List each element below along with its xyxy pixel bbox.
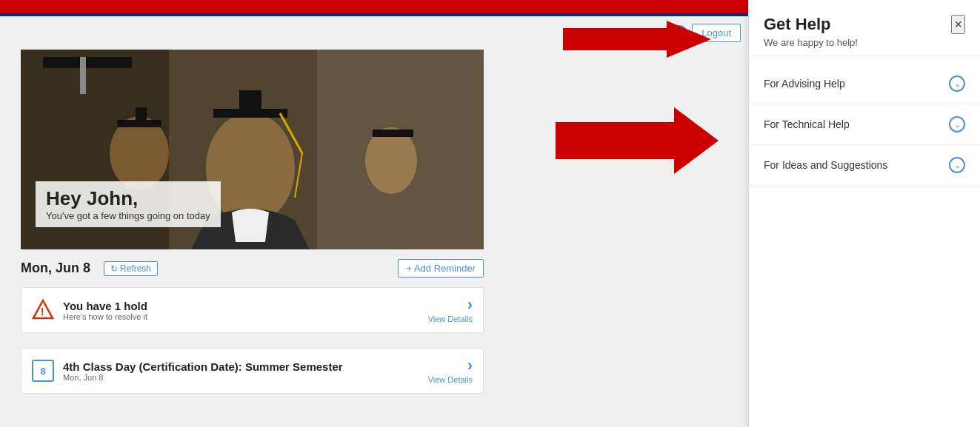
card-subtitle: Here's how to resolve it [63,312,147,321]
warning-icon: ! [32,299,54,321]
svg-marker-18 [563,21,711,58]
date-label: Mon, Jun 8 [21,260,90,276]
hold-card: ! You have 1 hold Here's how to resolve … [21,287,484,333]
help-items-list: For Advising Help ⌄ For Technical Help ⌄… [749,56,980,193]
help-item-advising[interactable]: For Advising Help ⌄ [749,64,980,104]
calendar-icon: 8 [32,360,54,382]
refresh-icon: ↻ [110,263,118,274]
card-subtitle: Mon, Jun 8 [63,373,343,382]
help-header: Get Help We are happy to help! × [749,0,980,56]
svg-rect-4 [43,57,132,68]
chevron-right-icon: › [467,357,473,374]
class-day-card: 8 4th Class Day (Certification Date): Su… [21,348,484,394]
svg-rect-8 [239,90,261,112]
svg-rect-13 [136,107,147,122]
card-text: 4th Class Day (Certification Date): Summ… [63,360,343,382]
hero-subtitle: You've got a few things going on today [46,210,210,221]
help-item-technical[interactable]: For Technical Help ⌄ [749,104,980,145]
svg-point-14 [365,127,417,194]
help-item-suggestions[interactable]: For Ideas and Suggestions ⌄ [749,145,980,186]
svg-rect-5 [80,57,86,94]
svg-text:!: ! [41,306,44,317]
help-subtitle: We are happy to help! [764,37,858,48]
card-left: ! You have 1 hold Here's how to resolve … [32,299,147,321]
help-panel: Get Help We are happy to help! × For Adv… [748,0,980,427]
refresh-button[interactable]: ↻ Refresh [104,261,158,276]
help-item-label: For Advising Help [764,78,845,90]
arrow-2 [556,104,719,178]
chevron-right-icon: › [467,297,473,313]
arrow-1 [563,21,711,58]
help-title: Get Help [764,15,858,34]
date-row: Mon, Jun 8 ↻ Refresh + Add Reminder [21,259,484,278]
card-title: You have 1 hold [63,300,147,312]
hero-image: Hey John, You've got a few things going … [21,50,484,249]
date-left: Mon, Jun 8 ↻ Refresh [21,260,158,276]
help-item-label: For Ideas and Suggestions [764,159,887,171]
card-left: 8 4th Class Day (Certification Date): Su… [32,360,343,382]
card-right: › View Details [428,357,473,384]
card-title: 4th Class Day (Certification Date): Summ… [63,360,343,373]
chevron-down-icon: ⌄ [949,116,965,132]
hero-greeting: Hey John, [46,187,210,210]
view-details-link[interactable]: View Details [428,315,473,323]
svg-marker-19 [556,107,719,174]
help-item-label: For Technical Help [764,118,850,130]
close-button[interactable]: × [951,15,965,34]
help-header-text: Get Help We are happy to help! [764,15,858,48]
chevron-down-icon: ⌄ [949,75,965,92]
card-text: You have 1 hold Here's how to resolve it [63,300,147,321]
svg-rect-15 [373,130,413,137]
card-right: › View Details [428,297,473,323]
view-details-link[interactable]: View Details [428,375,473,384]
chevron-down-icon: ⌄ [949,157,965,173]
add-reminder-button[interactable]: + Add Reminder [398,259,484,278]
hero-overlay: Hey John, You've got a few things going … [36,181,221,227]
